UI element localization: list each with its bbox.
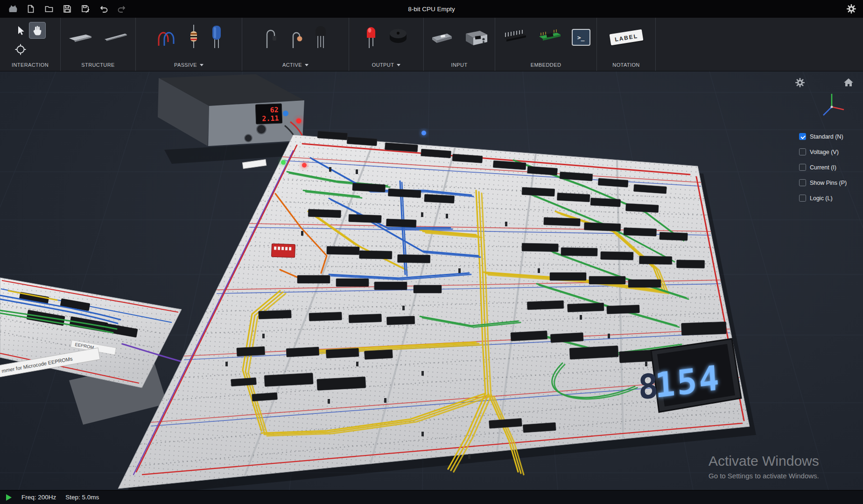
led-icon[interactable] [364,24,378,51]
home-view-icon[interactable] [843,77,854,88]
component-toolbar: INTERACTION STRUCTURE [0,18,863,71]
section-label-structure: STRUCTURE [81,62,114,68]
new-file-icon[interactable] [26,4,36,14]
title-bar: 8-bit CPU Empty [0,0,863,18]
microcontroller-icon[interactable] [537,27,562,48]
section-label-passive[interactable]: PASSIVE [174,62,197,68]
current-checkbox [799,164,806,171]
psu-knob-2[interactable] [245,134,252,142]
toolbar-section-notation: LABEL NOTATION [597,18,656,71]
hand-tool[interactable] [29,22,46,39]
standard-label: Standard (N) [810,133,843,140]
settings-gear-icon[interactable] [846,4,856,14]
blue-led[interactable] [421,131,426,135]
segment-value: 154 [654,358,722,405]
axis-gizmo[interactable] [818,91,848,123]
small-tag[interactable] [242,160,266,169]
rotate-tool[interactable] [12,41,29,58]
psu-display-line1: 62 [270,105,279,114]
dip-switch[interactable] [272,244,295,258]
green-led[interactable] [281,160,286,165]
viewport-3d-canvas[interactable]: EEPROM mmer for Microcode EEPROMs 62 2.1… [0,71,863,490]
capacitor-icon[interactable] [210,24,223,51]
play-button[interactable] [6,494,12,501]
passive-dropdown-caret[interactable] [200,64,203,66]
app-logo-icon [7,4,18,14]
option-standard[interactable]: Standard (N) [799,132,847,141]
save-icon[interactable] [62,4,72,14]
toolbar-section-input: INPUT [424,18,495,71]
section-label-active[interactable]: ACTIVE [282,62,302,68]
red-led[interactable] [302,163,307,168]
transistor-icon[interactable] [313,24,329,51]
psu-led [296,119,302,124]
standard-checkbox [799,133,806,140]
toolbar-section-passive: PASSIVE [136,18,242,71]
switch-icon[interactable] [429,27,454,48]
voltage-checkbox [799,148,806,155]
voltage-label: Voltage (V) [810,149,839,155]
option-show-pins[interactable]: Show Pins (P) [799,178,847,187]
option-voltage[interactable]: Voltage (V) [799,147,847,156]
breadboard-strip-icon[interactable] [67,28,93,47]
option-logic[interactable]: Logic (L) [799,194,847,203]
label-tag-text: LABEL [614,33,638,43]
psu-blue-button[interactable] [283,111,288,116]
save-as-icon[interactable] [80,4,91,14]
section-label-notation: NOTATION [612,62,639,68]
section-label-interaction: INTERACTION [12,62,49,68]
power-supply-icon[interactable] [463,26,489,49]
status-bar: Freq: 200Hz Step: 5.0ms [0,490,863,504]
display-options-panel: Standard (N) Voltage (V) Current (I) Sho… [799,132,847,203]
undo-icon[interactable] [98,4,109,14]
show-pins-label: Show Pins (P) [810,180,847,186]
toolbar-section-structure: STRUCTURE [61,18,136,71]
cursor-tool[interactable] [12,22,29,39]
terminal-icon[interactable]: >_ [572,29,590,46]
section-label-output[interactable]: OUTPUT [372,62,394,68]
buzzer-icon[interactable] [387,26,409,49]
section-label-input: INPUT [451,62,468,68]
sim-frequency: Freq: 200Hz [21,494,56,501]
output-dropdown-caret[interactable] [397,64,400,66]
toolbar-filler [656,18,863,71]
toolbar-section-interaction: INTERACTION [0,18,61,71]
terminal-glyph: >_ [577,34,585,41]
open-folder-icon[interactable] [44,4,54,14]
breadboard-scene[interactable]: EEPROM mmer for Microcode EEPROMs 62 2.1… [0,71,863,490]
active-dropdown-caret[interactable] [305,64,309,66]
sim-step: Step: 5.0ms [65,494,99,501]
logic-label: Logic (L) [810,195,833,202]
small-signal-component-icon[interactable] [288,24,303,51]
breadboard-rail-icon[interactable] [103,28,129,47]
section-label-embedded: EMBEDDED [531,62,561,68]
toolbar-section-embedded: >_ EMBEDDED [495,18,597,71]
viewport-settings-gear-icon[interactable] [794,77,806,88]
show-pins-checkbox [799,179,806,186]
redo-icon[interactable] [117,4,127,14]
resistor-icon[interactable] [187,24,201,51]
dip-chip-icon[interactable] [502,27,528,48]
current-label: Current (I) [810,164,836,171]
diode-icon[interactable] [262,24,279,51]
label-tag-icon[interactable]: LABEL [609,29,643,46]
psu-knob[interactable] [257,125,266,134]
option-current[interactable]: Current (I) [799,163,847,172]
jumper-wire-icon[interactable] [155,24,177,50]
window-title: 8-bit CPU Empty [0,6,863,13]
toolbar-section-active: ACTIVE [242,18,349,71]
psu-display-line2: 2.11 [262,114,279,123]
toolbar-section-output: OUTPUT [349,18,424,71]
logic-checkbox [799,195,806,202]
